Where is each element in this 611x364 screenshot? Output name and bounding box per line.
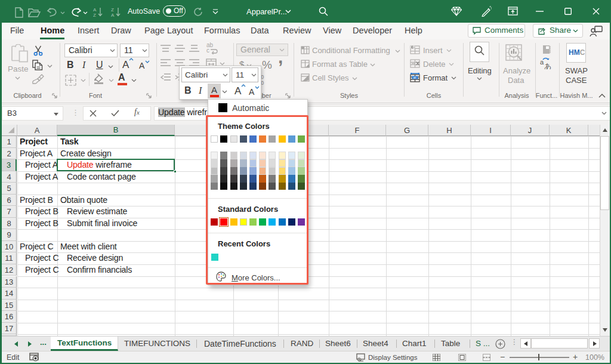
svg-text:Z: Z — [111, 7, 114, 13]
svg-text:A: A — [93, 7, 97, 13]
svg-text:Z: Z — [93, 13, 96, 17]
svg-text:ab: ab — [413, 76, 417, 79]
svg-text:あ: あ — [544, 62, 551, 69]
svg-text:A: A — [111, 13, 115, 17]
